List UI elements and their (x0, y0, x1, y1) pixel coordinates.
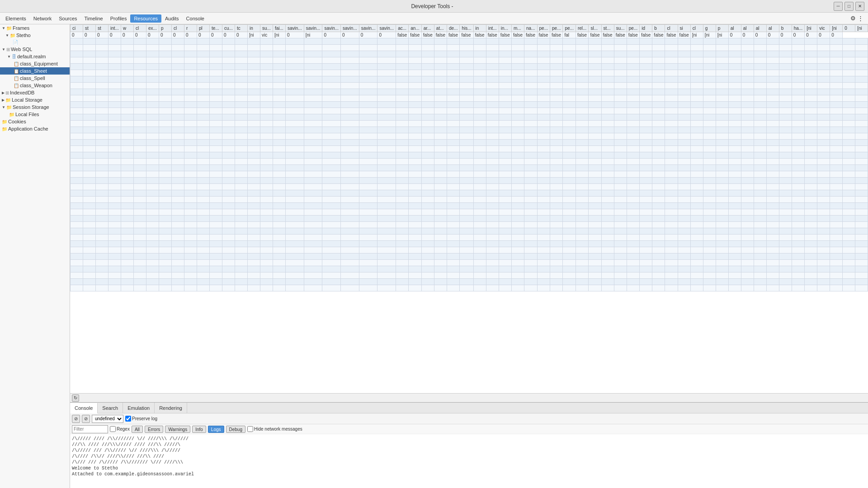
table-header-cell[interactable]: savin... (377, 25, 396, 32)
table-header-cell[interactable]: int... (108, 25, 121, 32)
data-table-container[interactable]: ciststint...wclex...pclrplte...cu...tcin… (70, 24, 868, 393)
hide-network-checkbox[interactable] (247, 426, 253, 432)
hide-network-label[interactable]: Hide network messages (247, 426, 302, 432)
sidebar-item-application-cache[interactable]: 📁 Application Cache (0, 125, 70, 132)
console-context-select[interactable]: undefined (92, 415, 123, 423)
table-header-cell[interactable]: pl (197, 25, 210, 32)
table-header-cell[interactable]: r (184, 25, 197, 32)
table-header-cell[interactable]: su... (614, 25, 627, 32)
table-header-cell[interactable]: ci (71, 25, 83, 32)
sidebar-item-session-storage[interactable]: ▼ 📁 Session Storage (0, 103, 70, 111)
table-header-cell[interactable]: savin... (304, 25, 322, 32)
tab-emulation[interactable]: Emulation (123, 403, 155, 413)
menu-audits[interactable]: Audits (161, 14, 183, 23)
table-header-cell[interactable]: rel... (576, 25, 588, 32)
table-header-cell[interactable]: p (159, 25, 172, 32)
table-header-cell[interactable]: al (766, 25, 779, 32)
table-header-cell[interactable]: tc (235, 25, 248, 32)
table-header-cell[interactable]: w (121, 25, 134, 32)
table-header-cell[interactable]: al (741, 25, 754, 32)
sidebar-item-local-files[interactable]: 📁 Local Files (0, 111, 70, 118)
table-header-cell[interactable]: al (754, 25, 766, 32)
table-header-cell[interactable]: int... (486, 25, 499, 32)
menu-resources[interactable]: Resources (130, 14, 161, 23)
table-header-cell[interactable]: pe... (563, 25, 576, 32)
table-header-cell[interactable]: na... (524, 25, 537, 32)
table-header-cell[interactable]: p (716, 25, 728, 32)
preserve-log-label[interactable]: Preserve log (125, 416, 157, 422)
tab-console[interactable]: Console (70, 403, 98, 413)
console-filter-button[interactable]: ⊘ (82, 415, 90, 423)
sidebar-item-class-weapon[interactable]: 📋 class_Weapon (0, 82, 70, 89)
table-header-cell[interactable]: sl... (589, 25, 601, 32)
sidebar-item-websql[interactable]: ▼ ⊞ Web SQL (0, 46, 70, 53)
console-filter-input[interactable] (72, 425, 108, 433)
devtools-settings-icon[interactable]: ⚙ (850, 15, 856, 22)
refresh-button[interactable]: ↻ (72, 394, 79, 402)
table-header-cell[interactable]: b (779, 25, 792, 32)
table-header-cell[interactable]: ha... (792, 25, 804, 32)
table-header-cell[interactable]: in... (499, 25, 511, 32)
table-header-cell[interactable]: an... (409, 25, 421, 32)
table-header-cell[interactable]: in (248, 25, 260, 32)
sidebar-item-stetho[interactable]: ▼ 📁 Stetho (0, 32, 70, 39)
sidebar-item-indexeddb[interactable]: ▶ ⊞ IndexedDB (0, 89, 70, 96)
table-header-cell[interactable]: si (678, 25, 690, 32)
sidebar-item-class-spell[interactable]: 📋 class_Spell (0, 75, 70, 82)
table-header-cell[interactable]: savin... (286, 25, 304, 32)
table-header-cell[interactable]: st (83, 25, 96, 32)
filter-warnings-button[interactable]: Warnings (165, 426, 190, 433)
menu-profiles[interactable]: Profiles (107, 14, 131, 23)
table-header-cell[interactable]: pe... (537, 25, 550, 32)
table-header-cell[interactable]: [ni (805, 25, 817, 32)
table-header-cell[interactable]: m... (511, 25, 524, 32)
table-header-cell[interactable]: cl (665, 25, 678, 32)
table-header-cell[interactable]: ex... (146, 25, 159, 32)
regex-label[interactable]: Regex (110, 426, 130, 432)
table-header-cell[interactable]: [ni (855, 25, 868, 32)
table-header-cell[interactable]: [ni (830, 25, 843, 32)
menu-network[interactable]: Network (30, 14, 55, 23)
console-clear-button[interactable]: ⊘ (72, 415, 80, 423)
sidebar-item-class-equipment[interactable]: 📋 class_Equipment (0, 60, 70, 67)
tab-rendering[interactable]: Rendering (155, 403, 187, 413)
sidebar-item-local-storage[interactable]: ▶ 📁 Local Storage (0, 96, 70, 103)
table-header-cell[interactable]: al (728, 25, 741, 32)
sidebar-item-class-sheet[interactable]: 📋 class_Sheet (0, 67, 70, 75)
preserve-log-checkbox[interactable] (125, 416, 131, 422)
table-header-cell[interactable]: cl (172, 25, 184, 32)
regex-checkbox[interactable] (110, 426, 116, 432)
table-header-cell[interactable]: id (640, 25, 652, 32)
table-header-cell[interactable]: g (703, 25, 716, 32)
table-header-cell[interactable]: ar... (421, 25, 434, 32)
menu-timeline[interactable]: Timeline (81, 14, 107, 23)
table-header-cell[interactable]: cu... (222, 25, 235, 32)
table-header-cell[interactable]: b (652, 25, 665, 32)
filter-debug-button[interactable]: Debug (226, 426, 245, 433)
sidebar-item-blank[interactable]: 📄 (0, 39, 70, 46)
tab-search[interactable]: Search (98, 403, 123, 413)
menu-console[interactable]: Console (183, 14, 208, 23)
sidebar-item-frames[interactable]: ▼ 📁 Frames (0, 24, 70, 32)
table-header-cell[interactable]: in (473, 25, 486, 32)
table-header-cell[interactable]: savin... (322, 25, 341, 32)
table-header-cell[interactable]: su... (260, 25, 273, 32)
table-header-cell[interactable]: te... (210, 25, 222, 32)
table-header-cell[interactable]: fai... (273, 25, 286, 32)
table-header-cell[interactable]: de... (447, 25, 459, 32)
table-header-cell[interactable]: vic (817, 25, 830, 32)
sidebar-item-default-realm[interactable]: ▼ 🗄 default.realm (0, 53, 70, 60)
table-header-cell[interactable]: st... (601, 25, 614, 32)
table-header-cell[interactable]: st (96, 25, 108, 32)
table-header-cell[interactable]: his... (460, 25, 473, 32)
table-header-cell[interactable]: pe... (627, 25, 639, 32)
table-header-cell[interactable]: ac... (396, 25, 409, 32)
filter-all-button[interactable]: All (132, 426, 143, 433)
menu-elements[interactable]: Elements (2, 14, 30, 23)
filter-errors-button[interactable]: Errors (145, 426, 163, 433)
menu-sources[interactable]: Sources (55, 14, 80, 23)
devtools-more-icon[interactable]: ⋮ (858, 15, 863, 22)
close-button[interactable]: ✕ (855, 2, 864, 11)
filter-info-button[interactable]: Info (192, 426, 206, 433)
minimize-button[interactable]: ─ (834, 2, 843, 11)
